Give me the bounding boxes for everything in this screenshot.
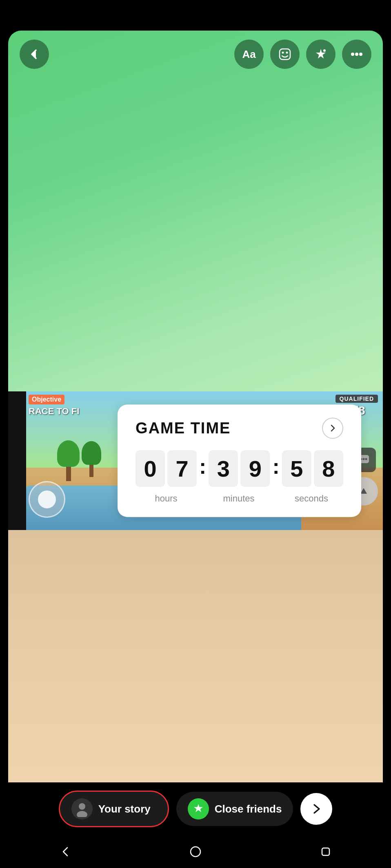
time-labels: hours minutes seconds [136, 494, 343, 504]
svg-point-12 [77, 811, 87, 817]
seconds-digit-1: 5 [282, 451, 311, 487]
back-button[interactable] [20, 40, 49, 69]
svg-point-11 [79, 803, 85, 810]
time-display: 0 7 : 3 9 : 5 8 [136, 451, 343, 487]
svg-point-5 [355, 53, 358, 56]
colon-2: : [272, 455, 279, 483]
android-nav [0, 835, 391, 868]
text-button[interactable]: Aa [234, 40, 264, 69]
your-story-button[interactable]: Your story [59, 791, 169, 827]
toolbar: Aa [8, 40, 383, 69]
objective-badge: Objective [29, 395, 64, 404]
seconds-label: seconds [295, 494, 328, 504]
game-time-widget: GAME TIME 0 7 : 3 9 : 5 8 hours [118, 405, 361, 517]
close-friends-label: Close friends [215, 803, 282, 815]
your-story-avatar [71, 798, 93, 819]
forward-button[interactable] [300, 793, 332, 825]
joystick-inner [38, 490, 56, 508]
bottom-bar: Your story Close friends [0, 782, 391, 835]
minutes-digit-2: 9 [240, 451, 270, 487]
minutes-digit-1: 3 [209, 451, 238, 487]
hours-label: hours [155, 494, 178, 504]
game-left-strip [8, 391, 26, 530]
close-friends-icon [188, 798, 209, 819]
sticker-button[interactable] [270, 40, 300, 69]
close-friends-button[interactable]: Close friends [176, 792, 293, 826]
svg-point-6 [359, 53, 362, 56]
seconds-digit-2: 8 [314, 451, 343, 487]
svg-point-3 [323, 49, 326, 52]
svg-rect-14 [322, 848, 329, 855]
android-back-button[interactable] [53, 839, 78, 864]
svg-point-4 [351, 53, 354, 56]
svg-rect-0 [280, 49, 290, 60]
android-recents-button[interactable] [313, 839, 338, 864]
game-time-title: GAME TIME [136, 420, 231, 437]
hours-digit-2: 7 [167, 451, 197, 487]
minutes-label: minutes [223, 494, 255, 504]
toolbar-right: Aa [234, 40, 371, 69]
effects-button[interactable] [306, 40, 335, 69]
your-story-label: Your story [98, 803, 151, 815]
hours-digit-1: 0 [136, 451, 165, 487]
svg-point-13 [191, 847, 200, 857]
svg-point-9 [363, 458, 365, 460]
game-time-header: GAME TIME [136, 418, 343, 439]
game-hud-topleft: Objective RACE TO FI [29, 395, 79, 417]
joystick[interactable] [29, 481, 65, 518]
svg-point-10 [365, 458, 367, 460]
android-home-button[interactable] [183, 839, 208, 864]
qualified-badge: QUALIFIED [335, 395, 378, 403]
game-time-next-button[interactable] [322, 418, 343, 439]
svg-point-2 [286, 52, 288, 54]
race-text: RACE TO FI [29, 406, 79, 417]
colon-1: : [199, 455, 206, 483]
svg-point-1 [282, 52, 284, 54]
more-button[interactable] [342, 40, 371, 69]
